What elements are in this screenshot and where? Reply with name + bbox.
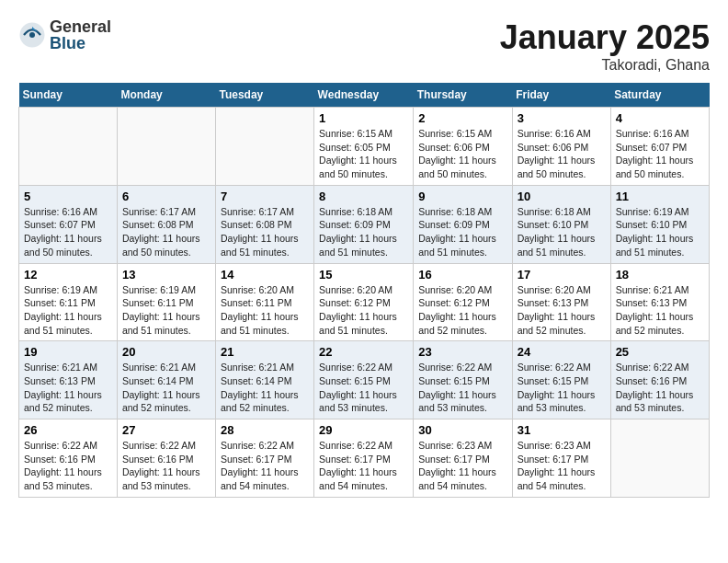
table-row: 14Sunrise: 6:20 AM Sunset: 6:11 PM Dayli… xyxy=(215,263,313,341)
day-info: Sunrise: 6:18 AM Sunset: 6:09 PM Dayligh… xyxy=(418,205,506,259)
day-number: 21 xyxy=(221,345,309,359)
header-monday: Monday xyxy=(117,83,215,108)
day-info: Sunrise: 6:16 AM Sunset: 6:07 PM Dayligh… xyxy=(616,127,704,181)
day-number: 10 xyxy=(518,190,606,203)
day-info: Sunrise: 6:22 AM Sunset: 6:16 PM Dayligh… xyxy=(24,439,112,493)
day-info: Sunrise: 6:20 AM Sunset: 6:13 PM Dayligh… xyxy=(518,283,606,338)
table-row: 24Sunrise: 6:22 AM Sunset: 6:15 PM Dayli… xyxy=(512,341,610,419)
day-number: 23 xyxy=(418,345,506,359)
header-thursday: Thursday xyxy=(414,83,512,108)
day-info: Sunrise: 6:23 AM Sunset: 6:17 PM Dayligh… xyxy=(418,439,506,493)
table-row: 29Sunrise: 6:22 AM Sunset: 6:17 PM Dayli… xyxy=(314,419,414,498)
day-number: 12 xyxy=(24,268,112,282)
day-number: 1 xyxy=(319,111,408,125)
calendar-week-row: 26Sunrise: 6:22 AM Sunset: 6:16 PM Dayli… xyxy=(19,419,710,498)
day-number: 29 xyxy=(319,423,408,437)
table-row: 19Sunrise: 6:21 AM Sunset: 6:13 PM Dayli… xyxy=(19,341,118,419)
logo-icon xyxy=(18,21,46,49)
day-number: 25 xyxy=(616,345,704,359)
day-info: Sunrise: 6:20 AM Sunset: 6:11 PM Dayligh… xyxy=(221,283,309,338)
day-number: 8 xyxy=(319,190,408,203)
day-info: Sunrise: 6:22 AM Sunset: 6:15 PM Dayligh… xyxy=(319,361,408,415)
table-row: 2Sunrise: 6:15 AM Sunset: 6:06 PM Daylig… xyxy=(414,108,512,186)
day-info: Sunrise: 6:15 AM Sunset: 6:05 PM Dayligh… xyxy=(319,127,408,181)
title-block: January 2025 Takoradi, Ghana xyxy=(500,18,710,74)
day-info: Sunrise: 6:21 AM Sunset: 6:14 PM Dayligh… xyxy=(122,361,210,415)
calendar-week-row: 19Sunrise: 6:21 AM Sunset: 6:13 PM Dayli… xyxy=(19,341,710,419)
table-row: 6Sunrise: 6:17 AM Sunset: 6:08 PM Daylig… xyxy=(117,185,215,263)
header-wednesday: Wednesday xyxy=(314,83,414,108)
day-info: Sunrise: 6:22 AM Sunset: 6:16 PM Dayligh… xyxy=(616,361,704,415)
day-info: Sunrise: 6:19 AM Sunset: 6:11 PM Dayligh… xyxy=(122,283,210,338)
table-row xyxy=(19,108,118,186)
day-number: 24 xyxy=(518,345,606,359)
header-tuesday: Tuesday xyxy=(215,83,313,108)
table-row: 5Sunrise: 6:16 AM Sunset: 6:07 PM Daylig… xyxy=(19,185,118,263)
table-row: 17Sunrise: 6:20 AM Sunset: 6:13 PM Dayli… xyxy=(512,263,610,341)
day-info: Sunrise: 6:20 AM Sunset: 6:12 PM Dayligh… xyxy=(319,283,408,338)
day-number: 3 xyxy=(518,111,606,125)
table-row: 18Sunrise: 6:21 AM Sunset: 6:13 PM Dayli… xyxy=(610,263,709,341)
location: Takoradi, Ghana xyxy=(500,57,710,74)
table-row: 23Sunrise: 6:22 AM Sunset: 6:15 PM Dayli… xyxy=(414,341,512,419)
header-sunday: Sunday xyxy=(19,83,118,108)
svg-point-1 xyxy=(29,32,35,38)
day-info: Sunrise: 6:17 AM Sunset: 6:08 PM Dayligh… xyxy=(221,205,309,259)
table-row: 9Sunrise: 6:18 AM Sunset: 6:09 PM Daylig… xyxy=(414,185,512,263)
month-title: January 2025 xyxy=(500,18,710,57)
calendar-header-row: Sunday Monday Tuesday Wednesday Thursday… xyxy=(19,83,710,108)
table-row: 25Sunrise: 6:22 AM Sunset: 6:16 PM Dayli… xyxy=(610,341,709,419)
logo-blue-text: Blue xyxy=(50,35,111,52)
table-row: 3Sunrise: 6:16 AM Sunset: 6:06 PM Daylig… xyxy=(512,108,610,186)
table-row: 26Sunrise: 6:22 AM Sunset: 6:16 PM Dayli… xyxy=(19,419,118,498)
logo: General Blue xyxy=(18,18,111,52)
day-number: 4 xyxy=(616,111,704,125)
day-info: Sunrise: 6:22 AM Sunset: 6:15 PM Dayligh… xyxy=(418,361,506,415)
table-row xyxy=(610,419,709,498)
logo-text: General Blue xyxy=(50,18,111,52)
day-info: Sunrise: 6:16 AM Sunset: 6:06 PM Dayligh… xyxy=(518,127,606,181)
table-row xyxy=(215,108,313,186)
day-info: Sunrise: 6:21 AM Sunset: 6:13 PM Dayligh… xyxy=(616,283,704,338)
day-number: 22 xyxy=(319,345,408,359)
day-number: 15 xyxy=(319,268,408,282)
table-row xyxy=(117,108,215,186)
table-row: 21Sunrise: 6:21 AM Sunset: 6:14 PM Dayli… xyxy=(215,341,313,419)
day-info: Sunrise: 6:21 AM Sunset: 6:13 PM Dayligh… xyxy=(24,361,112,415)
table-row: 7Sunrise: 6:17 AM Sunset: 6:08 PM Daylig… xyxy=(215,185,313,263)
day-number: 28 xyxy=(221,423,309,437)
day-number: 18 xyxy=(616,268,704,282)
day-info: Sunrise: 6:17 AM Sunset: 6:08 PM Dayligh… xyxy=(122,205,210,259)
day-number: 26 xyxy=(24,423,112,437)
page: General Blue January 2025 Takoradi, Ghan… xyxy=(0,0,728,507)
calendar-week-row: 5Sunrise: 6:16 AM Sunset: 6:07 PM Daylig… xyxy=(19,185,710,263)
day-info: Sunrise: 6:23 AM Sunset: 6:17 PM Dayligh… xyxy=(518,439,606,493)
calendar-table: Sunday Monday Tuesday Wednesday Thursday… xyxy=(18,83,710,498)
day-number: 9 xyxy=(418,190,506,203)
day-info: Sunrise: 6:15 AM Sunset: 6:06 PM Dayligh… xyxy=(418,127,506,181)
logo-general-text: General xyxy=(50,18,111,35)
table-row: 4Sunrise: 6:16 AM Sunset: 6:07 PM Daylig… xyxy=(610,108,709,186)
day-number: 17 xyxy=(518,268,606,282)
table-row: 15Sunrise: 6:20 AM Sunset: 6:12 PM Dayli… xyxy=(314,263,414,341)
table-row: 30Sunrise: 6:23 AM Sunset: 6:17 PM Dayli… xyxy=(414,419,512,498)
table-row: 13Sunrise: 6:19 AM Sunset: 6:11 PM Dayli… xyxy=(117,263,215,341)
calendar-week-row: 1Sunrise: 6:15 AM Sunset: 6:05 PM Daylig… xyxy=(19,108,710,186)
day-info: Sunrise: 6:18 AM Sunset: 6:10 PM Dayligh… xyxy=(518,205,606,259)
day-number: 11 xyxy=(616,190,704,203)
day-info: Sunrise: 6:21 AM Sunset: 6:14 PM Dayligh… xyxy=(221,361,309,415)
table-row: 8Sunrise: 6:18 AM Sunset: 6:09 PM Daylig… xyxy=(314,185,414,263)
day-info: Sunrise: 6:19 AM Sunset: 6:10 PM Dayligh… xyxy=(616,205,704,259)
day-number: 16 xyxy=(418,268,506,282)
table-row: 27Sunrise: 6:22 AM Sunset: 6:16 PM Dayli… xyxy=(117,419,215,498)
header-saturday: Saturday xyxy=(610,83,709,108)
calendar-week-row: 12Sunrise: 6:19 AM Sunset: 6:11 PM Dayli… xyxy=(19,263,710,341)
day-number: 6 xyxy=(122,190,210,203)
table-row: 10Sunrise: 6:18 AM Sunset: 6:10 PM Dayli… xyxy=(512,185,610,263)
day-number: 20 xyxy=(122,345,210,359)
header-friday: Friday xyxy=(512,83,610,108)
day-info: Sunrise: 6:22 AM Sunset: 6:15 PM Dayligh… xyxy=(518,361,606,415)
day-number: 27 xyxy=(122,423,210,437)
day-info: Sunrise: 6:19 AM Sunset: 6:11 PM Dayligh… xyxy=(24,283,112,338)
day-info: Sunrise: 6:18 AM Sunset: 6:09 PM Dayligh… xyxy=(319,205,408,259)
